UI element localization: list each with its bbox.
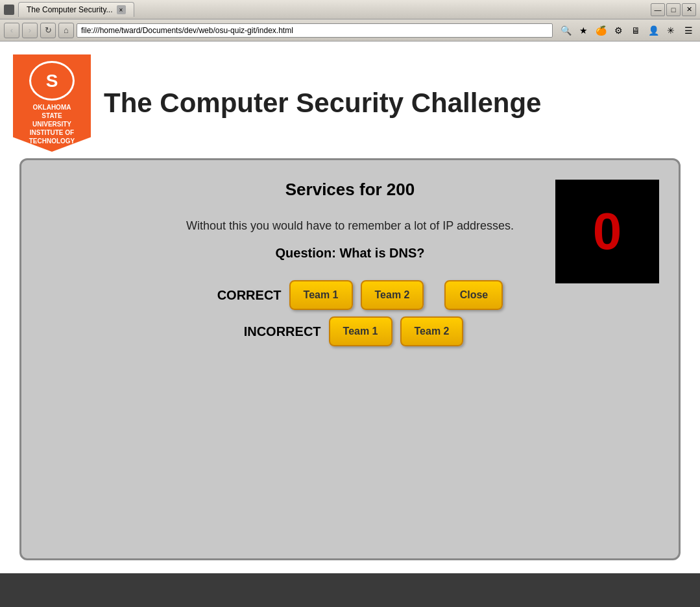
favicon-icon — [4, 5, 14, 15]
search-icon[interactable]: 🔍 — [558, 23, 573, 38]
correct-team2-button[interactable]: Team 2 — [361, 280, 424, 310]
browser-toolbar: ‹ › ↻ ⌂ 🔍 ★ 🍊 ⚙ 🖥 👤 ✳ ☰ — [0, 19, 700, 42]
reload-button[interactable]: ↻ — [40, 23, 56, 38]
back-button[interactable]: ‹ — [4, 23, 19, 38]
logo-emblem: S — [29, 61, 75, 101]
tab-close-button[interactable]: × — [117, 5, 126, 14]
correct-team1-button[interactable]: Team 1 — [289, 280, 353, 310]
logo-line5: TECHNOLOGY — [29, 137, 75, 145]
incorrect-team2-button[interactable]: Team 2 — [400, 316, 464, 346]
user-icon[interactable]: 👤 — [646, 23, 661, 38]
home-button[interactable]: ⌂ — [58, 23, 74, 38]
logo-line4: INSTITUTE OF — [29, 128, 75, 137]
browser-window: The Computer Security... × — □ ✕ ‹ › ↻ ⌂… — [0, 0, 700, 573]
fruit-icon[interactable]: 🍊 — [593, 23, 609, 38]
window-controls: — □ ✕ — [651, 3, 696, 16]
minimize-button[interactable]: — — [651, 3, 665, 16]
logo-letter: S — [46, 71, 58, 91]
answer-grid: CORRECT Team 1 Team 2 Close INCORRECT Te… — [41, 280, 659, 346]
osu-logo: S OKLAHOMA STATE UNIVERSITY INSTITUTE OF… — [13, 54, 91, 152]
incorrect-team1-button[interactable]: Team 1 — [329, 316, 392, 346]
page-header: S OKLAHOMA STATE UNIVERSITY INSTITUTE OF… — [13, 48, 687, 158]
correct-row: CORRECT Team 1 Team 2 Close — [197, 280, 503, 310]
logo-line3: UNIVERSITY — [29, 120, 75, 128]
question-label: Question: — [275, 246, 335, 260]
bookmark-icon[interactable]: ★ — [575, 23, 591, 38]
question-value: What is DNS? — [339, 246, 424, 260]
incorrect-label: INCORRECT — [237, 324, 321, 339]
menu-icon[interactable]: ☰ — [681, 23, 696, 38]
restore-button[interactable]: □ — [666, 3, 681, 16]
score-value: 0 — [593, 202, 622, 261]
addon-icon[interactable]: ✳ — [663, 23, 679, 38]
incorrect-row: INCORRECT Team 1 Team 2 — [237, 316, 464, 346]
page-content: S OKLAHOMA STATE UNIVERSITY INSTITUTE OF… — [0, 42, 700, 573]
address-bar[interactable] — [77, 23, 553, 38]
monitor-icon[interactable]: 🖥 — [628, 23, 644, 38]
browser-tab[interactable]: The Computer Security... × — [18, 2, 134, 17]
forward-button[interactable]: › — [22, 23, 38, 38]
logo-line1: OKLAHOMA — [29, 103, 75, 112]
toolbar-icons: 🔍 ★ 🍊 ⚙ 🖥 👤 ✳ ☰ — [558, 23, 696, 38]
close-button[interactable]: Close — [444, 280, 503, 310]
close-button[interactable]: ✕ — [682, 3, 696, 16]
page-title: The Computer Security Challenge — [104, 88, 541, 119]
settings-icon[interactable]: ⚙ — [610, 23, 626, 38]
logo-text: OKLAHOMA STATE UNIVERSITY INSTITUTE OF T… — [29, 103, 75, 145]
correct-label: CORRECT — [197, 288, 282, 303]
quiz-container: 0 Services for 200 Without this you woul… — [19, 158, 681, 560]
score-display: 0 — [555, 180, 659, 283]
logo-line2: STATE — [29, 112, 75, 120]
title-bar: The Computer Security... × — □ ✕ — [0, 0, 700, 19]
tab-title: The Computer Security... — [27, 5, 113, 14]
